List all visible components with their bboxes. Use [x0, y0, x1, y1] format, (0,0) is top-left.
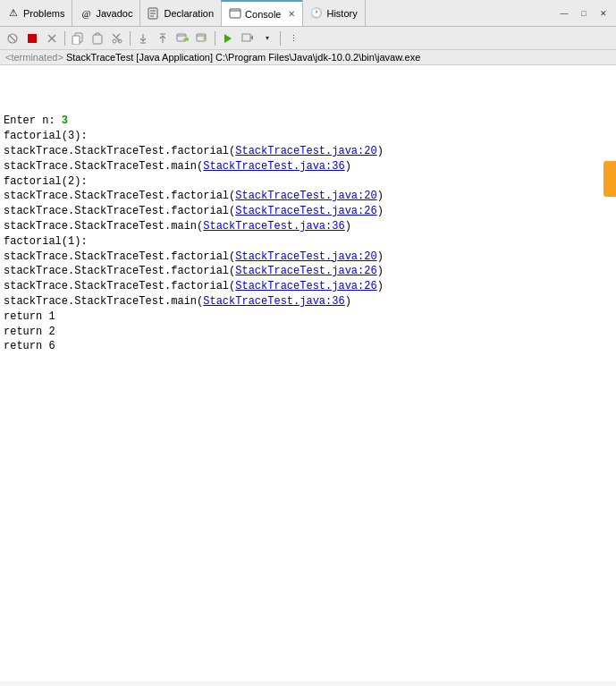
- open-console-button[interactable]: [193, 30, 211, 47]
- tab-declaration[interactable]: Declaration: [139, 0, 222, 26]
- console-line: factorial(3):: [4, 129, 612, 144]
- tab-console[interactable]: Console ✕: [221, 0, 303, 26]
- svg-rect-8: [28, 34, 37, 43]
- stop-button[interactable]: [23, 30, 41, 47]
- run-button[interactable]: [219, 30, 237, 47]
- paste-button[interactable]: [89, 30, 106, 47]
- console-line: return 1: [4, 309, 612, 325]
- console-close-button[interactable]: ✕: [288, 9, 295, 19]
- new-console-button[interactable]: [173, 30, 191, 47]
- svg-line-15: [116, 34, 120, 38]
- console-line: stackTrace.StackTraceTest.factorial(Stac…: [4, 250, 612, 265]
- minimize-view-button[interactable]: —: [555, 4, 573, 22]
- scroll-lock-button[interactable]: [154, 30, 172, 47]
- console-icon: [229, 8, 241, 21]
- clear-console-button[interactable]: [4, 30, 21, 47]
- tab-declaration-label: Declaration: [164, 8, 214, 19]
- close-view-button[interactable]: ✕: [595, 4, 612, 22]
- console-output[interactable]: Enter n: 3factorial(3):stackTrace.StackT…: [0, 65, 616, 682]
- tab-console-label: Console: [245, 9, 281, 20]
- console-line: stackTrace.StackTraceTest.main(StackTrac…: [4, 219, 612, 234]
- dropdown-button[interactable]: ▾: [258, 30, 276, 47]
- tab-bar: ⚠ Problems @ Javadoc Declaration Console…: [0, 0, 616, 27]
- problems-icon: ⚠: [7, 7, 20, 20]
- side-widget[interactable]: [603, 161, 616, 197]
- terminated-label: <terminated>: [5, 52, 63, 63]
- status-text: StackTraceTest [Java Application] C:\Pro…: [66, 52, 420, 63]
- cut-button[interactable]: [108, 30, 126, 47]
- console-line: return 6: [4, 339, 612, 354]
- svg-marker-28: [224, 34, 232, 43]
- toolbar-separator-4: [280, 31, 281, 46]
- terminate-button[interactable]: [43, 30, 61, 47]
- svg-rect-13: [93, 35, 102, 44]
- console-line: stackTrace.StackTraceTest.factorial(Stac…: [4, 264, 612, 279]
- tab-javadoc[interactable]: @ Javadoc: [72, 0, 140, 26]
- tab-javadoc-label: Javadoc: [96, 8, 132, 19]
- svg-point-16: [113, 39, 116, 43]
- console-line: factorial(1):: [4, 234, 612, 250]
- console-line: stackTrace.StackTraceTest.factorial(Stac…: [4, 189, 612, 204]
- toolbar-separator-2: [130, 31, 131, 46]
- tab-history-label: History: [326, 8, 357, 19]
- javadoc-icon: @: [80, 7, 92, 20]
- tab-problems[interactable]: ⚠ Problems: [0, 0, 72, 26]
- next-button[interactable]: [239, 30, 257, 47]
- console-line: stackTrace.StackTraceTest.factorial(Stac…: [4, 144, 612, 159]
- history-icon: 🕐: [310, 7, 323, 20]
- toolbar-separator-3: [215, 31, 215, 46]
- status-bar: <terminated> StackTraceTest [Java Applic…: [0, 50, 616, 65]
- console-line: return 2: [4, 325, 612, 340]
- scroll-end-button[interactable]: [134, 30, 152, 47]
- console-line: stackTrace.StackTraceTest.factorial(Stac…: [4, 279, 612, 294]
- console-line: stackTrace.StackTraceTest.factorial(Stac…: [4, 204, 612, 219]
- view-menu-button[interactable]: ⋮: [284, 30, 302, 47]
- svg-rect-29: [242, 34, 250, 41]
- tab-history[interactable]: 🕐 History: [302, 0, 365, 26]
- maximize-view-button[interactable]: □: [575, 4, 593, 22]
- svg-line-7: [10, 36, 15, 41]
- console-line: stackTrace.StackTraceTest.main(StackTrac…: [4, 294, 612, 309]
- copy-button[interactable]: [69, 30, 87, 47]
- console-line: factorial(2):: [4, 174, 612, 190]
- console-area: Enter n: 3factorial(3):stackTrace.StackT…: [0, 65, 616, 682]
- console-line: Enter n: 3: [4, 114, 612, 129]
- console-toolbar: ▾ ⋮: [0, 27, 616, 50]
- tab-problems-label: Problems: [23, 8, 64, 19]
- svg-rect-22: [177, 34, 186, 41]
- svg-rect-12: [72, 36, 80, 45]
- console-line: stackTrace.StackTraceTest.main(StackTrac…: [4, 159, 612, 174]
- declaration-icon: [148, 7, 160, 20]
- toolbar-separator-1: [64, 31, 65, 46]
